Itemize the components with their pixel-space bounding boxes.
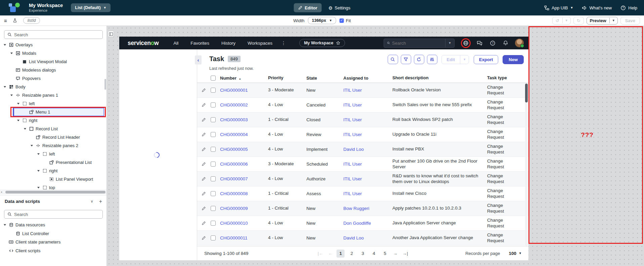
list-search-button[interactable] <box>388 55 398 64</box>
number-cell[interactable]: CHG0000005 <box>220 147 268 152</box>
row-checkbox[interactable] <box>211 235 216 240</box>
expand-arrow-icon[interactable] <box>3 43 7 46</box>
assigned-to-cell[interactable]: ITIL User <box>343 132 392 137</box>
tree-item-right[interactable]: right <box>0 167 107 175</box>
list-preferences-button[interactable] <box>427 55 437 64</box>
expand-arrow-icon[interactable] <box>23 127 27 130</box>
assigned-to-cell[interactable]: Bow Ruggeri <box>343 206 392 211</box>
preview-split-button[interactable]: Preview ▼ <box>587 17 618 25</box>
table-row[interactable]: CHG00000024 - LowCanceledITIL UserSwitch… <box>197 98 528 113</box>
undo-icon[interactable]: ↺ <box>553 17 562 24</box>
edit-record-icon[interactable] <box>202 162 206 166</box>
assigned-to-cell[interactable]: ITIL User <box>343 176 392 181</box>
tree-search-input[interactable] <box>14 32 99 37</box>
redo-icon[interactable]: ↻ <box>574 17 584 24</box>
column-header-assigned-to[interactable]: Assigned to <box>343 76 392 81</box>
expand-arrow-icon[interactable] <box>16 119 20 122</box>
row-checkbox[interactable] <box>211 162 216 167</box>
tree-vertical-scrollbar[interactable] <box>104 79 106 90</box>
nav-overflow-icon[interactable]: ⋮ <box>281 40 286 46</box>
tree-item-popovers[interactable]: ▾Popovers <box>0 74 107 83</box>
expand-arrow-icon[interactable] <box>36 152 40 156</box>
expand-arrow-icon[interactable] <box>36 186 40 189</box>
table-vertical-scrollbar[interactable] <box>525 83 528 246</box>
tree-item-modeless-dialogs[interactable]: ▾Modeless dialogs <box>0 66 107 74</box>
edit-record-icon[interactable] <box>202 132 206 137</box>
table-row[interactable]: CHG00000114 - LowNewDavid LooAnother Jav… <box>197 231 528 246</box>
collapse-left-panel-button[interactable] <box>108 31 114 37</box>
tree-item-body[interactable]: Body <box>0 83 107 91</box>
globe-icon[interactable] <box>462 39 470 47</box>
row-checkbox[interactable] <box>211 88 216 93</box>
edit-record-icon[interactable] <box>202 88 206 92</box>
expand-arrow-icon[interactable] <box>36 169 40 172</box>
row-checkbox[interactable] <box>211 102 216 107</box>
tree-item-data-resources[interactable]: Data resources <box>0 221 107 229</box>
global-search-box[interactable]: ▼ <box>384 39 455 48</box>
page-button-2[interactable]: 2 <box>348 250 356 258</box>
page-button-5[interactable]: 5 <box>381 250 389 258</box>
bell-icon[interactable] <box>502 40 509 46</box>
whats-new-button[interactable]: What's new <box>582 5 612 10</box>
edit-record-icon[interactable] <box>202 103 206 107</box>
first-page-icon[interactable]: |← <box>317 251 324 256</box>
column-header-state[interactable]: State <box>306 76 343 81</box>
collapse-pane-button[interactable]: ‹ <box>195 55 202 64</box>
tree-item-list-viewport-modal[interactable]: ▾List Viewport Modal <box>0 57 107 66</box>
scroll-left-arrow-icon[interactable]: ◂ <box>1 190 2 193</box>
row-checkbox[interactable] <box>211 117 216 122</box>
tab-settings[interactable]: ⚙ Settings <box>329 5 351 10</box>
row-checkbox[interactable] <box>211 221 216 226</box>
assigned-to-cell[interactable]: David Loo <box>343 235 392 240</box>
scrollbar-thumb[interactable] <box>5 191 105 193</box>
star-icon[interactable] <box>336 41 340 45</box>
table-row[interactable]: CHG00000091 - CriticalNewBow RuggeriAppl… <box>197 201 528 216</box>
assigned-to-cell[interactable]: ITIL User <box>343 162 392 167</box>
page-button-1[interactable]: 1 <box>337 250 345 258</box>
tree-item-list-controller[interactable]: ▾List Controller <box>0 229 107 238</box>
flask-icon[interactable] <box>13 18 17 23</box>
row-checkbox[interactable] <box>211 176 216 181</box>
hamburger-menu-icon[interactable]: ≡ <box>4 18 7 24</box>
column-header-priority[interactable]: Priority <box>268 75 306 81</box>
edit-record-icon[interactable] <box>202 118 206 122</box>
assigned-to-cell[interactable]: Don Goodliffe <box>343 221 392 226</box>
edit-split-button[interactable]: Edit ▼ <box>441 55 469 64</box>
row-checkbox[interactable] <box>211 191 216 196</box>
tree-item-resizable-panes-1[interactable]: Resizable panes 1 <box>0 91 107 99</box>
global-search-input[interactable] <box>392 41 445 46</box>
nav-link-favorites[interactable]: Favorites <box>190 41 209 46</box>
tree-item-left[interactable]: left <box>0 150 107 158</box>
nav-link-history[interactable]: History <box>221 41 235 46</box>
undo-history-chevron-icon[interactable]: ▼ <box>562 18 570 23</box>
collapse-section-chevron-icon[interactable]: ∨ <box>91 200 93 203</box>
edit-chevron-icon[interactable]: ▼ <box>460 55 469 64</box>
width-dropdown[interactable]: 1366px ▼ <box>308 17 336 24</box>
table-row[interactable]: CHG00000044 - LowReviewITIL UserUpgrade … <box>197 127 528 142</box>
save-button[interactable]: Save <box>620 17 640 25</box>
add-data-resource-button[interactable]: + <box>99 198 102 205</box>
tab-editor[interactable]: Editor <box>294 3 322 12</box>
preview-chevron-icon[interactable]: ▼ <box>609 18 617 23</box>
edit-record-icon[interactable] <box>202 221 206 225</box>
table-row[interactable]: CHG00000013 - ModerateNewITIL UserRollba… <box>197 83 528 98</box>
fit-toggle[interactable]: ✓ Fit <box>340 18 351 23</box>
assigned-to-cell[interactable]: ITIL User <box>343 117 392 122</box>
expand-arrow-icon[interactable] <box>9 52 13 55</box>
column-header-number[interactable]: Number▲ <box>220 76 268 81</box>
tree-item-resizable-panes-2[interactable]: Resizable panes 2 <box>0 141 107 150</box>
page-button-3[interactable]: 3 <box>359 250 367 258</box>
preview-label[interactable]: Preview <box>587 17 609 24</box>
assigned-to-cell[interactable]: ITIL User <box>343 88 392 93</box>
row-checkbox[interactable] <box>211 132 216 137</box>
number-cell[interactable]: CHG0000007 <box>220 176 268 181</box>
number-cell[interactable]: CHG0000001 <box>220 88 268 93</box>
nav-link-workspaces[interactable]: Workspaces <box>248 41 272 46</box>
page-selector-dropdown[interactable]: List (Default) ▼ <box>71 3 110 12</box>
number-cell[interactable]: CHG0000011 <box>220 235 268 240</box>
records-per-page-dropdown[interactable]: 100 ▼ <box>509 251 522 256</box>
number-cell[interactable]: CHG0000002 <box>220 102 268 107</box>
help-button[interactable]: ? Help <box>620 5 637 10</box>
table-row[interactable]: CHG00000081 - CriticalAssessITIL UserIns… <box>197 186 528 201</box>
number-cell[interactable]: CHG0000009 <box>220 206 268 211</box>
